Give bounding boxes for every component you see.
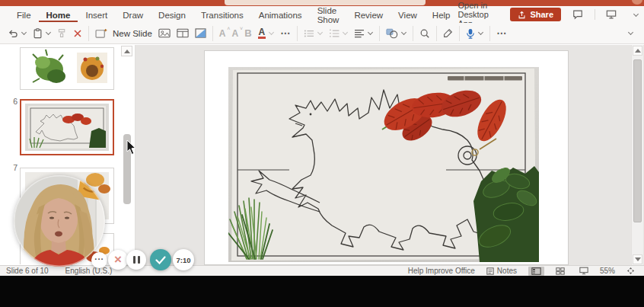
webcam-preview (14, 175, 105, 267)
bold-button[interactable]: B (241, 24, 254, 43)
zoom-level-button[interactable]: 55% (600, 267, 615, 275)
comment-icon (572, 9, 583, 20)
tab-insert[interactable]: Insert (78, 8, 115, 22)
dragon-photo (228, 67, 539, 262)
tab-help[interactable]: Help (425, 8, 458, 22)
tab-transitions[interactable]: Transitions (193, 8, 251, 22)
dictate-button[interactable] (463, 24, 486, 43)
numbered-list-icon (329, 29, 340, 38)
scroll-up-button[interactable] (633, 46, 642, 56)
cancel-recording-button[interactable]: × (108, 250, 128, 270)
fit-to-window-button[interactable] (623, 266, 638, 276)
triangle-down-icon (635, 257, 641, 261)
numbering-button[interactable] (326, 24, 351, 43)
bullets-button[interactable] (301, 24, 326, 43)
notes-button[interactable]: Notes (483, 266, 520, 276)
powerpoint-web-window: File Home Insert Draw Design Transitions… (0, 0, 644, 307)
picture-button[interactable] (155, 24, 174, 43)
designer-icon (195, 28, 206, 38)
slide-canvas[interactable] (204, 50, 569, 265)
divider (436, 26, 437, 41)
tab-draw[interactable]: Draw (115, 8, 151, 22)
close-x-icon: × (114, 253, 122, 266)
present-dropdown[interactable] (628, 11, 642, 19)
divider (379, 26, 380, 41)
microphone-icon (466, 28, 475, 39)
align-button[interactable] (351, 24, 376, 43)
shrink-font-button[interactable]: A˅ (228, 24, 241, 43)
normal-view-icon (531, 267, 541, 275)
comments-button[interactable] (569, 8, 587, 21)
chevron-down-icon (628, 30, 633, 35)
more-commands-button[interactable]: ⋯ (493, 24, 510, 43)
tab-home[interactable]: Home (39, 8, 78, 22)
chevron-down-icon (46, 30, 51, 35)
fit-screen-icon (626, 267, 635, 275)
normal-view-button[interactable] (528, 267, 544, 276)
scroll-down-button[interactable] (633, 254, 642, 264)
slide-position-label: Slide 6 of 10 (6, 267, 49, 275)
panel-scroll-up-button[interactable] (121, 46, 132, 56)
letterbox-bar (0, 276, 644, 307)
slide-5-preview (21, 48, 113, 89)
ribbon-toolbar: New Slide A˄ A˅ B A ⋯ (0, 23, 644, 44)
clipboard-icon (33, 28, 43, 39)
format-painter-button[interactable] (54, 24, 70, 43)
tab-animations[interactable]: Animations (251, 8, 310, 22)
pause-icon (138, 256, 140, 264)
ellipsis-icon: ⋯ (496, 27, 507, 39)
designer-button[interactable] (192, 24, 209, 43)
slideshow-view-button[interactable] (576, 266, 591, 276)
divider (212, 26, 213, 41)
grow-font-icon: A˄ (219, 28, 226, 39)
paste-button[interactable] (30, 24, 54, 43)
shapes-icon (386, 28, 398, 39)
present-button[interactable] (602, 8, 620, 21)
shapes-button[interactable] (383, 24, 410, 43)
pen-icon (443, 28, 453, 38)
more-font-options-button[interactable]: ⋯ (277, 24, 294, 43)
collapse-ribbon-button[interactable] (623, 24, 636, 43)
divider (88, 26, 89, 41)
chevron-down-icon (633, 11, 639, 16)
delete-x-icon (73, 29, 82, 38)
tab-view[interactable]: View (391, 8, 425, 22)
slide-6-thumbnail[interactable] (20, 99, 114, 155)
webcam-more-options-button[interactable]: ··· (91, 252, 107, 268)
new-slide-button[interactable]: New Slide (92, 24, 155, 43)
triangle-up-icon (124, 50, 130, 53)
finish-recording-button[interactable] (150, 249, 171, 270)
slide-sorter-view-button[interactable] (553, 267, 568, 276)
layout-button[interactable] (174, 24, 192, 43)
language-button[interactable]: English (U.S.) (65, 267, 113, 275)
slide-5-thumbnail[interactable] (20, 47, 114, 90)
webcam-video (14, 175, 105, 267)
document-scrollbar[interactable] (631, 45, 643, 265)
scrollbar-thumb[interactable] (633, 59, 642, 222)
pause-recording-button[interactable] (126, 250, 146, 270)
tab-design[interactable]: Design (151, 8, 193, 22)
undo-button[interactable] (5, 24, 30, 43)
ellipsis-icon: ⋯ (280, 27, 291, 39)
font-color-icon: A (258, 27, 266, 39)
tab-file[interactable]: File (9, 8, 39, 22)
chevron-down-icon (21, 30, 27, 35)
pen-button[interactable] (440, 24, 456, 43)
chevron-down-icon (478, 30, 483, 35)
tab-review[interactable]: Review (346, 8, 391, 22)
layout-icon (177, 28, 189, 38)
new-slide-label: New Slide (113, 29, 152, 38)
slideshow-icon (579, 267, 588, 275)
chevron-down-icon (343, 30, 348, 35)
pause-icon (133, 256, 135, 264)
undo-icon (8, 28, 18, 39)
grow-font-button[interactable]: A˄ (216, 24, 229, 43)
find-button[interactable] (416, 24, 433, 43)
format-painter-icon (57, 28, 67, 38)
share-button[interactable]: Share (510, 8, 561, 21)
share-label: Share (530, 10, 553, 19)
delete-slide-button[interactable] (70, 24, 85, 43)
font-color-button[interactable]: A (255, 24, 278, 43)
help-improve-office-button[interactable]: Help Improve Office (408, 267, 475, 275)
triangle-up-icon (635, 49, 641, 53)
